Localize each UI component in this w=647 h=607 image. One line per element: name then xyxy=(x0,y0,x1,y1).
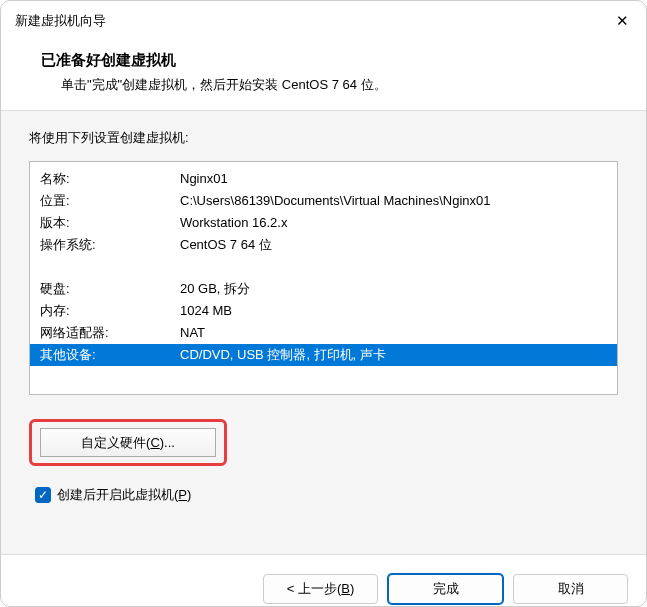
setting-row-memory[interactable]: 内存: 1024 MB xyxy=(30,300,617,322)
setting-key: 操作系统: xyxy=(40,234,180,256)
setting-value: Nginx01 xyxy=(180,168,607,190)
setting-key: 内存: xyxy=(40,300,180,322)
setting-row-os[interactable]: 操作系统: CentOS 7 64 位 xyxy=(30,234,617,256)
wizard-header: 已准备好创建虚拟机 单击"完成"创建虚拟机，然后开始安装 CentOS 7 64… xyxy=(1,41,646,110)
page-subtitle: 单击"完成"创建虚拟机，然后开始安装 CentOS 7 64 位。 xyxy=(61,76,618,94)
checkbox-label: 创建后开启此虚拟机(P) xyxy=(57,486,191,504)
setting-key: 硬盘: xyxy=(40,278,180,300)
settings-list[interactable]: 名称: Nginx01 位置: C:\Users\86139\Documents… xyxy=(29,161,618,395)
setting-key: 名称: xyxy=(40,168,180,190)
power-on-checkbox-row[interactable]: ✓ 创建后开启此虚拟机(P) xyxy=(35,486,618,504)
content-area: 将使用下列设置创建虚拟机: 名称: Nginx01 位置: C:\Users\8… xyxy=(1,110,646,555)
checkbox-icon[interactable]: ✓ xyxy=(35,487,51,503)
setting-row-version[interactable]: 版本: Workstation 16.2.x xyxy=(30,212,617,234)
setting-row-location[interactable]: 位置: C:\Users\86139\Documents\Virtual Mac… xyxy=(30,190,617,212)
setting-value: NAT xyxy=(180,322,607,344)
setting-row-other-devices[interactable]: 其他设备: CD/DVD, USB 控制器, 打印机, 声卡 xyxy=(30,344,617,366)
blank-row xyxy=(30,256,617,278)
cancel-button[interactable]: 取消 xyxy=(513,574,628,604)
settings-prompt: 将使用下列设置创建虚拟机: xyxy=(29,129,618,147)
setting-row-disk[interactable]: 硬盘: 20 GB, 拆分 xyxy=(30,278,617,300)
setting-key: 其他设备: xyxy=(40,344,180,366)
setting-value: Workstation 16.2.x xyxy=(180,212,607,234)
setting-row-network[interactable]: 网络适配器: NAT xyxy=(30,322,617,344)
blank-row xyxy=(30,366,617,388)
close-icon[interactable]: ✕ xyxy=(612,12,632,30)
footer: < 上一步(B) 完成 取消 xyxy=(1,555,646,607)
setting-key: 位置: xyxy=(40,190,180,212)
setting-row-name[interactable]: 名称: Nginx01 xyxy=(30,168,617,190)
setting-value: 20 GB, 拆分 xyxy=(180,278,607,300)
setting-value: CentOS 7 64 位 xyxy=(180,234,607,256)
customize-hardware-button[interactable]: 自定义硬件(C)... xyxy=(40,428,216,457)
window-title: 新建虚拟机向导 xyxy=(15,12,106,30)
setting-key: 网络适配器: xyxy=(40,322,180,344)
setting-value: C:\Users\86139\Documents\Virtual Machine… xyxy=(180,190,607,212)
setting-value: CD/DVD, USB 控制器, 打印机, 声卡 xyxy=(180,344,607,366)
back-button[interactable]: < 上一步(B) xyxy=(263,574,378,604)
page-title: 已准备好创建虚拟机 xyxy=(41,51,618,70)
setting-value: 1024 MB xyxy=(180,300,607,322)
customize-highlight: 自定义硬件(C)... xyxy=(29,419,227,466)
titlebar: 新建虚拟机向导 ✕ xyxy=(1,1,646,41)
finish-button[interactable]: 完成 xyxy=(388,574,503,604)
setting-key: 版本: xyxy=(40,212,180,234)
